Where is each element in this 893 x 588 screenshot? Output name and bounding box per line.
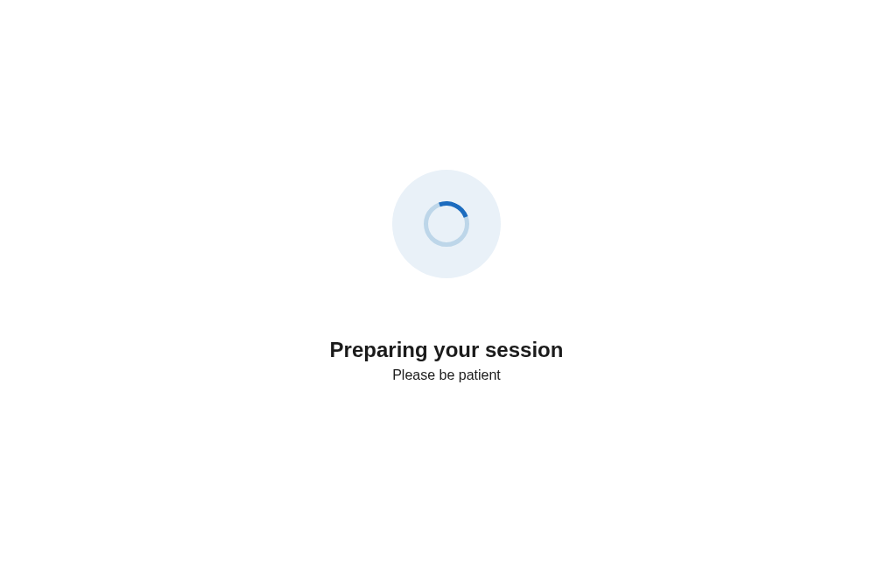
spinner-background [392, 170, 501, 278]
spinner-icon [424, 201, 469, 247]
loading-title: Preparing your session [330, 338, 564, 362]
loading-subtitle: Please be patient [392, 368, 501, 383]
spinner-arc [416, 193, 476, 254]
loading-container: Preparing your session Please be patient [330, 170, 564, 383]
